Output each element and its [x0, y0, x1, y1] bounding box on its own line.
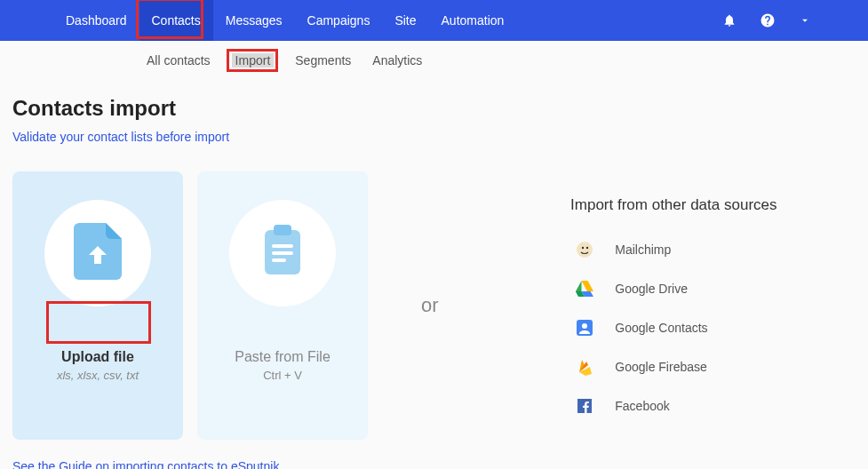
upload-file-sub: xls, xlsx, csv, txt	[57, 369, 139, 382]
source-google-contacts[interactable]: Google Contacts	[576, 319, 771, 337]
paste-file-sub: Ctrl + V	[263, 369, 302, 382]
svg-marker-12	[576, 281, 582, 291]
subnav-import-label: Import	[235, 53, 271, 68]
clipboard-icon	[261, 225, 304, 282]
svg-rect-1	[274, 225, 291, 235]
sub-nav: All contacts Import Segments Analytics	[0, 41, 868, 76]
svg-point-7	[586, 247, 588, 249]
nav-contacts-label: Contacts	[152, 13, 201, 28]
sources-title: Import from other data sources	[570, 196, 776, 214]
upload-file-title: Upload file	[57, 349, 139, 365]
nav-dashboard[interactable]: Dashboard	[53, 0, 139, 41]
chevron-down-icon[interactable]	[799, 14, 811, 27]
subnav-import[interactable]: Import	[232, 53, 275, 68]
source-facebook-label: Facebook	[615, 399, 669, 413]
source-list: Mailchimp Google Drive Google Contacts	[576, 241, 771, 415]
subnav-all-contacts[interactable]: All contacts	[147, 53, 211, 68]
upload-file-card[interactable]: Upload file xls, xlsx, csv, txt	[12, 171, 183, 440]
google-drive-icon	[576, 280, 593, 298]
svg-point-5	[577, 242, 593, 258]
subnav-segments[interactable]: Segments	[295, 53, 351, 68]
nav-campaigns[interactable]: Campaigns	[295, 0, 383, 41]
svg-point-6	[582, 247, 584, 249]
source-mailchimp[interactable]: Mailchimp	[576, 241, 771, 258]
nav-messages[interactable]: Messages	[213, 0, 295, 41]
import-area: Upload file xls, xlsx, csv, txt	[12, 171, 856, 440]
nav-contacts[interactable]: Contacts	[139, 0, 213, 41]
content: Contacts import Validate your contact li…	[0, 76, 868, 469]
source-google-firebase-label: Google Firebase	[615, 360, 707, 374]
source-google-drive[interactable]: Google Drive	[576, 280, 771, 298]
nav-icons	[722, 0, 815, 41]
upload-file-circle	[44, 200, 151, 306]
svg-rect-4	[272, 258, 286, 262]
source-google-drive-label: Google Drive	[615, 282, 688, 296]
bell-icon[interactable]	[722, 13, 737, 28]
nav-site[interactable]: Site	[382, 0, 428, 41]
or-text: or	[394, 294, 466, 317]
svg-rect-3	[272, 251, 293, 255]
svg-rect-2	[272, 244, 293, 248]
google-contacts-icon	[576, 319, 593, 337]
sources-column: Import from other data sources Mailchimp…	[492, 196, 856, 415]
google-firebase-icon	[576, 358, 593, 376]
source-google-firebase[interactable]: Google Firebase	[576, 358, 771, 376]
cards-row: Upload file xls, xlsx, csv, txt	[12, 171, 368, 440]
mailchimp-icon	[576, 241, 593, 258]
paste-file-card[interactable]: Paste from File Ctrl + V	[197, 171, 368, 440]
page-title: Contacts import	[12, 96, 856, 121]
source-facebook[interactable]: Facebook	[576, 397, 771, 415]
source-google-contacts-label: Google Contacts	[615, 321, 707, 335]
facebook-icon	[576, 397, 593, 415]
file-upload-icon	[74, 223, 122, 283]
paste-file-title: Paste from File	[235, 349, 330, 365]
validate-link[interactable]: Validate your contact lists before impor…	[12, 130, 229, 144]
source-mailchimp-label: Mailchimp	[615, 242, 671, 257]
guide-link[interactable]: See the Guide on importing contacts to e…	[12, 459, 279, 469]
highlight-upload	[46, 301, 151, 344]
nav-automation[interactable]: Automation	[429, 0, 517, 41]
svg-point-14	[582, 323, 587, 329]
help-icon[interactable]	[760, 12, 776, 28]
paste-file-circle	[229, 200, 336, 306]
top-nav: Dashboard Contacts Messages Campaigns Si…	[0, 0, 868, 41]
subnav-analytics[interactable]: Analytics	[372, 53, 422, 68]
